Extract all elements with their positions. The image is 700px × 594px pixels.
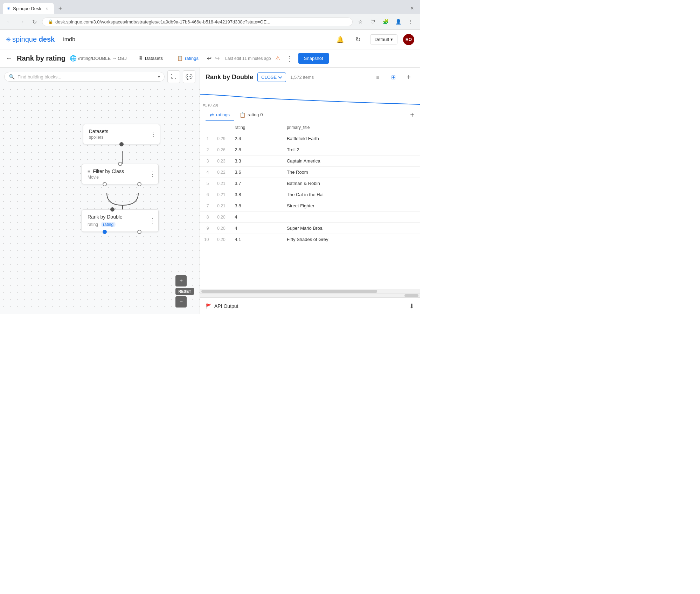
refresh-button[interactable]: ↻ (29, 17, 39, 27)
fullscreen-button[interactable]: ⛶ (167, 70, 180, 83)
cell-score: 0.21 (213, 189, 230, 200)
default-workspace-button[interactable]: Default ▾ (370, 34, 397, 44)
add-node-button[interactable]: + (175, 275, 187, 286)
new-tab-button[interactable]: + (55, 4, 65, 13)
filter-input-connector[interactable] (118, 162, 122, 166)
address-field[interactable]: 🔒 desk.spinque.com/3.0/workspaces/imdb/s… (42, 18, 353, 26)
bookmark-button[interactable]: ☆ (355, 17, 365, 27)
tab-ratings[interactable]: ⇄ ratings (206, 109, 234, 121)
h-scrollbar-1[interactable] (200, 289, 420, 293)
datasets-node-title: Datasets (89, 129, 108, 134)
forward-button[interactable]: → (17, 17, 27, 27)
close-label: CLOSE (261, 75, 277, 80)
col-rating-header[interactable]: rating (230, 122, 283, 133)
tab-title: Spinque Desk (13, 6, 41, 11)
reset-button[interactable]: RESET (175, 288, 194, 295)
col-title-header[interactable]: primary_title (283, 122, 420, 133)
cell-rank: 6 (200, 189, 213, 200)
h-scroll-thumb-2 (404, 294, 418, 297)
rank-node-more-button[interactable]: ⋮ (149, 217, 155, 225)
snapshot-button[interactable]: Snapshot (298, 53, 329, 64)
app-refresh-button[interactable]: ↻ (352, 33, 365, 46)
datasets-output-connector[interactable] (119, 142, 124, 146)
profile-button[interactable]: 👤 (393, 17, 403, 27)
redo-button[interactable]: ↪ (214, 54, 221, 63)
logo-star-icon: ✳ (6, 36, 11, 43)
cell-rating: 2.8 (230, 144, 283, 156)
cell-rank: 9 (200, 223, 213, 234)
page-more-button[interactable]: ⋮ (284, 53, 294, 64)
bottom-panel: 🚩 API Output ⬇ (200, 297, 420, 314)
logo-text: spinque desk (12, 35, 55, 43)
api-output-section: 🚩 API Output (206, 303, 238, 309)
rank-node[interactable]: Rank by Double rating rating ⋮ (82, 209, 159, 232)
cell-score: 0.21 (213, 178, 230, 189)
add-column-button[interactable]: + (403, 72, 414, 83)
tab-close-button[interactable]: × (44, 6, 50, 11)
fullscreen-icon: ⛶ (171, 74, 176, 80)
cell-rank: 7 (200, 200, 213, 212)
datasets-node[interactable]: Datasets spoilers ⋮ (83, 124, 160, 144)
col-rank-header (200, 122, 213, 133)
table-row: 8 0.20 4 (200, 212, 420, 223)
rank-node-title: Rank by Double (88, 214, 123, 220)
active-tab[interactable]: ✳ Spinque Desk × (3, 3, 54, 14)
rank-output-right-connector[interactable] (137, 230, 141, 234)
search-input[interactable]: Find building blocks... (18, 74, 155, 80)
table-row: 4 0.22 3.6 The Room (200, 167, 420, 178)
rank-output-left-connector[interactable] (103, 230, 107, 234)
grid-view-button[interactable]: ⊞ (388, 72, 399, 83)
globe-icon: 🌐 (70, 55, 77, 62)
extension-shield-button[interactable]: 🛡 (368, 17, 378, 27)
canvas-area: Datasets spoilers ⋮ ≡ Filter by Class Mo… (0, 86, 200, 313)
cell-score: 0.20 (213, 234, 230, 245)
datasets-node-more-button[interactable]: ⋮ (151, 130, 157, 138)
notification-bell-button[interactable]: 🔔 (334, 33, 346, 46)
page-header: ← Rank by rating 🌐 /rating/DOUBLE → OBJ … (0, 49, 420, 68)
cell-rank: 4 (200, 167, 213, 178)
filter-output-left-connector[interactable] (103, 182, 107, 186)
rating0-tab-label: rating 0 (248, 112, 263, 117)
comment-button[interactable]: 💬 (183, 70, 195, 83)
cell-rank: 2 (200, 144, 213, 156)
back-page-button[interactable]: ← (6, 54, 13, 62)
back-button[interactable]: ← (4, 17, 14, 27)
comment-icon: 💬 (186, 74, 193, 80)
undo-button[interactable]: ↩ (206, 54, 213, 63)
ratings-button[interactable]: 📋 ratings (174, 54, 201, 62)
filter-node-icon: ≡ (88, 169, 90, 174)
tab-rating0[interactable]: 📋 rating 0 (235, 109, 267, 121)
cell-rating: 2.4 (230, 133, 283, 144)
cell-rank: 3 (200, 156, 213, 167)
table-container[interactable]: rating primary_title 1 0.29 2.4 Battlefi… (200, 122, 420, 289)
zoom-out-button[interactable]: − (175, 296, 187, 308)
filter-button[interactable]: ≡ (372, 72, 383, 83)
ratings-tab-label: ratings (216, 112, 230, 117)
h-scrollbar-2[interactable] (200, 293, 420, 297)
user-avatar[interactable]: RO (403, 34, 414, 45)
cell-rank: 10 (200, 234, 213, 245)
close-window-button[interactable]: × (407, 4, 417, 13)
main-content: 🔍 Find building blocks... ▾ ⛶ 💬 (0, 68, 420, 314)
panel-title: Rank by Double (206, 74, 253, 81)
close-dropdown-button[interactable]: CLOSE (257, 72, 286, 82)
datasets-button[interactable]: 🗄 Datasets (136, 54, 166, 62)
filter-node-more-button[interactable]: ⋮ (149, 170, 155, 178)
search-box[interactable]: 🔍 Find building blocks... ▾ (4, 72, 165, 82)
filter-node[interactable]: ≡ Filter by Class Movie ⋮ (82, 164, 159, 184)
cell-title: Batman & Robin (283, 178, 420, 189)
canvas-bottom-tools: + RESET − (175, 275, 194, 308)
filter-icon: ≡ (376, 74, 379, 81)
ratings-tab-icon: ⇄ (210, 112, 214, 118)
download-button[interactable]: ⬇ (409, 302, 414, 310)
lock-icon: 🔒 (48, 19, 53, 24)
filter-output-right-connector[interactable] (137, 182, 141, 186)
search-icon: 🔍 (9, 74, 15, 80)
search-dropdown-icon[interactable]: ▾ (158, 74, 160, 79)
browser-menu-button[interactable]: ⋮ (406, 17, 416, 27)
add-tab-button[interactable]: + (410, 111, 414, 119)
panel-header: Rank by Double CLOSE 1,572 items ≡ ⊞ + (200, 68, 420, 87)
rank-input-connector[interactable] (110, 207, 115, 212)
canvas-grid (0, 86, 200, 313)
extension-puzzle-button[interactable]: 🧩 (381, 17, 390, 27)
